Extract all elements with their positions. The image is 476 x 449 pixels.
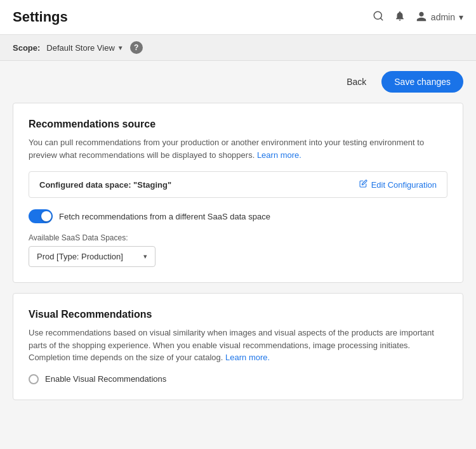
action-bar: Back Save changes — [0, 61, 476, 103]
dropdown-arrow-icon: ▾ — [143, 252, 147, 261]
toggle-label: Fetch recommendations from a different S… — [59, 212, 270, 221]
header-icons: admin ▾ — [373, 10, 463, 25]
user-icon — [416, 11, 427, 24]
recommendations-title: Recommendations source — [29, 119, 447, 130]
recommendations-card: Recommendations source You can pull reco… — [13, 103, 463, 283]
toggle-row: Fetch recommendations from a different S… — [29, 209, 447, 223]
visual-recommendations-card: Visual Recommendations Use recommendatio… — [13, 293, 463, 400]
scope-select[interactable]: Default Store View ▼ — [46, 43, 123, 53]
config-box-label: Configured data space: "Staging" — [39, 180, 171, 190]
radio-row: Enable Visual Recommendations — [29, 374, 447, 384]
svg-line-1 — [380, 18, 382, 20]
save-button[interactable]: Save changes — [381, 71, 463, 93]
scope-label: Scope: — [13, 43, 40, 53]
back-button[interactable]: Back — [339, 72, 374, 92]
edit-config-button[interactable]: Edit Configuration — [359, 179, 437, 190]
scope-help-icon[interactable]: ? — [130, 41, 143, 54]
config-box: Configured data space: "Staging" Edit Co… — [29, 171, 447, 198]
recommendations-description: You can pull recommendations from your p… — [29, 136, 447, 161]
bell-icon[interactable] — [394, 10, 406, 25]
visual-title: Visual Recommendations — [29, 309, 447, 320]
edit-config-label: Edit Configuration — [371, 180, 437, 190]
user-label: admin — [431, 12, 455, 22]
saas-data-space-dropdown[interactable]: Prod [Type: Production] ▾ — [29, 246, 155, 267]
dropdown-value: Prod [Type: Production] — [37, 252, 123, 261]
main-content: Recommendations source You can pull reco… — [0, 103, 476, 423]
scope-bar: Scope: Default Store View ▼ ? — [0, 35, 476, 61]
toggle-slider — [29, 209, 53, 223]
search-icon[interactable] — [373, 10, 384, 25]
radio-label: Enable Visual Recommendations — [45, 374, 166, 384]
enable-visual-radio[interactable] — [29, 374, 39, 384]
fetch-toggle[interactable] — [29, 209, 53, 223]
page-title: Settings — [13, 9, 68, 25]
header: Settings admin ▾ — [0, 0, 476, 35]
dropdown-section-label: Available SaaS Data Spaces: — [29, 233, 447, 242]
user-arrow-icon: ▾ — [459, 12, 463, 22]
visual-learn-more[interactable]: Learn more. — [225, 353, 270, 362]
user-menu[interactable]: admin ▾ — [416, 11, 463, 24]
pencil-icon — [359, 179, 367, 190]
dropdown-section: Available SaaS Data Spaces: Prod [Type: … — [29, 233, 447, 267]
visual-description: Use recommendations based on visual simi… — [29, 327, 447, 364]
recommendations-learn-more[interactable]: Learn more. — [257, 150, 301, 160]
scope-arrow-icon: ▼ — [117, 44, 124, 51]
scope-value: Default Store View — [46, 43, 114, 53]
